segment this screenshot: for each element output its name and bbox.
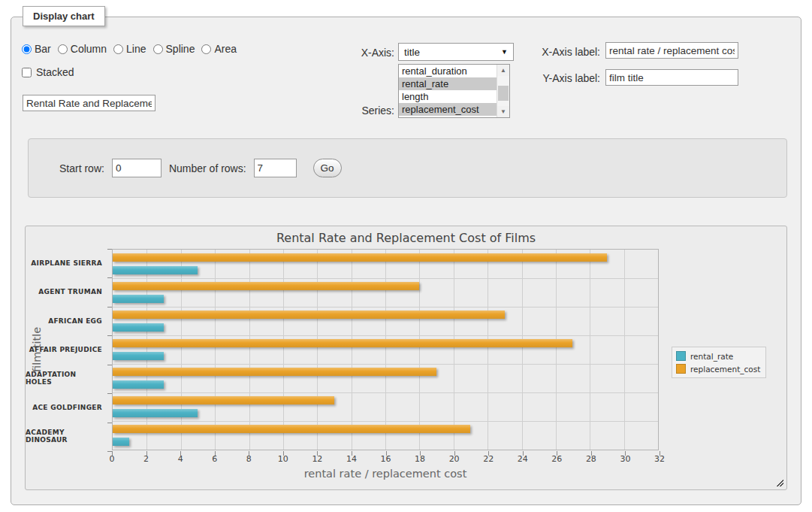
stacked-label: Stacked <box>36 66 74 78</box>
x-tick-label: 32 <box>654 454 665 464</box>
bar-rows <box>113 250 658 450</box>
legend-item-replacement_cost: replacement_cost <box>676 364 760 374</box>
bar-row <box>113 278 658 307</box>
series-listbox[interactable]: rental_durationrental_ratelengthreplacem… <box>398 64 510 118</box>
x-tick-label: 12 <box>312 454 322 464</box>
x-axis-label-label: X-Axis label: <box>526 46 600 58</box>
chart-type-option-area[interactable]: Area <box>201 43 237 55</box>
fieldset-legend: Display chart <box>23 6 105 26</box>
x-tick-label: 16 <box>381 454 391 464</box>
legend-swatch <box>676 364 686 374</box>
start-row-input[interactable] <box>112 159 161 177</box>
series-option-rental_rate[interactable]: rental_rate <box>399 77 509 90</box>
legend-swatch <box>676 351 686 361</box>
bar-rental_rate <box>113 352 164 360</box>
bar-replacement_cost <box>113 282 419 290</box>
bar-rental_rate <box>113 323 164 332</box>
plot-area <box>112 249 659 450</box>
bar-rental_rate <box>113 438 129 446</box>
bar-row <box>113 307 658 335</box>
chart-type-option-spline[interactable]: Spline <box>153 43 195 55</box>
chart-type-option-bar[interactable]: Bar <box>22 43 51 55</box>
y-axis-label-input[interactable] <box>605 69 738 86</box>
bar-row <box>113 250 658 278</box>
series-listbox-label: Series: <box>323 105 394 117</box>
chart-type-radio-group: BarColumnLineSplineArea <box>22 43 237 55</box>
chart-type-label: Line <box>126 43 146 55</box>
series-option-rental_duration[interactable]: rental_duration <box>399 65 509 77</box>
chart-type-label: Column <box>71 43 107 55</box>
number-of-rows-input[interactable] <box>254 159 297 177</box>
x-tick-label: 0 <box>110 454 115 464</box>
x-tick-label: 24 <box>518 454 528 464</box>
series-scrollbar[interactable]: ▲ ▼ <box>497 65 509 117</box>
x-tick-label: 8 <box>246 454 252 464</box>
category-label: AFRICAN EGG <box>26 307 107 335</box>
x-tick-label: 26 <box>551 454 562 464</box>
start-row-label: Start row: <box>59 162 104 174</box>
category-labels: AIRPLANE SIERRAAGENT TRUMANAFRICAN EGGAF… <box>26 249 107 450</box>
category-label: AFFAIR PREJUDICE <box>26 335 107 364</box>
chart-type-option-line[interactable]: Line <box>113 43 146 55</box>
chart-title: Rental Rate and Replacement Cost of Film… <box>26 231 786 245</box>
y-axis-label-label: Y-Axis label: <box>526 72 600 84</box>
series-option-length[interactable]: length <box>399 90 509 103</box>
row-range-form: Start row: Number of rows: Go <box>28 138 787 198</box>
bar-rental_rate <box>113 380 164 389</box>
bar-row <box>113 335 658 364</box>
x-tick-label: 6 <box>212 454 217 464</box>
legend-label: rental_rate <box>690 352 733 361</box>
chart-title-input[interactable] <box>23 95 155 111</box>
chart-type-radio-area[interactable] <box>201 44 211 54</box>
series-options: rental_durationrental_ratelengthreplacem… <box>399 65 509 116</box>
x-tick-label: 30 <box>620 454 630 464</box>
chart-type-radio-spline[interactable] <box>153 44 163 54</box>
bar-replacement_cost <box>113 425 470 433</box>
x-axis-label-input[interactable] <box>605 42 738 59</box>
row-range-form-inner: Start row: Number of rows: Go <box>59 139 342 197</box>
x-tick-label: 18 <box>415 454 425 464</box>
series-option-replacement_cost[interactable]: replacement_cost <box>399 103 509 116</box>
scroll-down-icon[interactable]: ▼ <box>497 106 509 117</box>
x-tick-label: 10 <box>278 454 288 464</box>
stacked-option[interactable]: Stacked <box>22 66 74 78</box>
chart-container: Rental Rate and Replacement Cost of Film… <box>25 226 787 490</box>
bar-replacement_cost <box>113 339 572 347</box>
chart-type-radio-bar[interactable] <box>22 44 32 54</box>
bar-rental_rate <box>113 295 164 303</box>
x-axis-select[interactable]: title ▼ <box>398 43 514 61</box>
bar-row <box>113 364 658 392</box>
bar-rental_rate <box>113 266 198 274</box>
chart-legend: rental_ratereplacement_cost <box>672 347 766 378</box>
bar-replacement_cost <box>113 396 334 404</box>
number-of-rows-label: Number of rows: <box>169 162 246 174</box>
bar-rental_rate <box>113 409 198 417</box>
chart-type-option-column[interactable]: Column <box>58 43 107 55</box>
category-label: AIRPLANE SIERRA <box>26 249 107 277</box>
resize-handle-icon[interactable] <box>775 478 783 486</box>
x-axis-tick-labels: 02468101214161820222426283032 <box>112 454 660 465</box>
category-label: ACADEMY DINOSAUR <box>26 422 107 450</box>
legend-label: replacement_cost <box>690 365 760 374</box>
x-tick-label: 28 <box>586 454 596 464</box>
bar-row <box>113 421 658 450</box>
x-axis-select-label: X-Axis: <box>323 47 394 59</box>
scroll-up-icon[interactable]: ▲ <box>497 65 509 76</box>
stacked-checkbox[interactable] <box>22 68 32 77</box>
bar-replacement_cost <box>113 253 607 262</box>
x-tick-label: 22 <box>483 454 494 464</box>
chart-type-radio-line[interactable] <box>113 44 123 54</box>
bar-row <box>113 392 658 421</box>
x-tick-label: 4 <box>178 454 183 464</box>
category-label: AGENT TRUMAN <box>26 277 107 306</box>
go-button[interactable]: Go <box>313 159 342 177</box>
chevron-down-icon: ▼ <box>501 48 508 56</box>
bar-replacement_cost <box>113 311 505 319</box>
x-axis-selected-value: title <box>404 47 501 58</box>
legend-item-rental_rate: rental_rate <box>676 351 760 361</box>
scrollbar-thumb[interactable] <box>498 86 509 101</box>
x-axis-title: rental rate / replacement cost <box>112 468 659 480</box>
chart-type-radio-column[interactable] <box>58 44 68 54</box>
category-label: ADAPTATION HOLES <box>26 364 107 392</box>
x-tick-label: 20 <box>449 454 460 464</box>
